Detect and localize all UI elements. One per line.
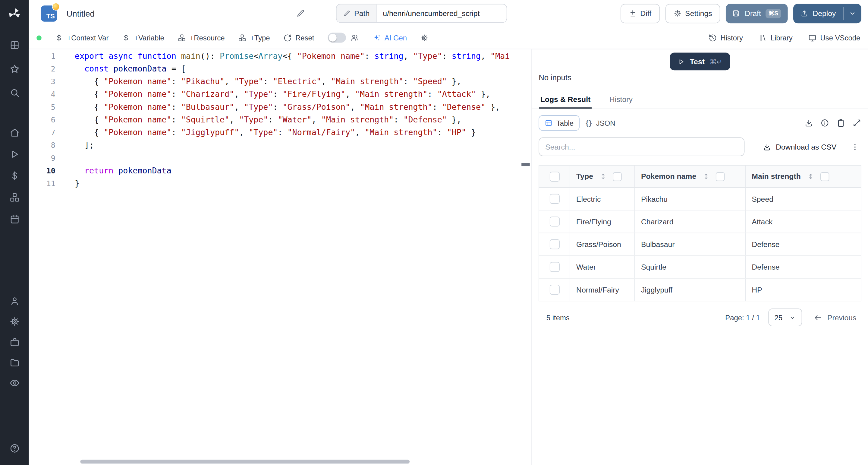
column-header[interactable]: Pokemon name	[635, 166, 746, 187]
row-checkbox[interactable]	[550, 239, 559, 249]
previous-page-button[interactable]: Previous	[811, 313, 860, 322]
history-button[interactable]: History	[708, 33, 743, 42]
table-cell[interactable]: Fire/Flying	[570, 210, 635, 233]
column-checkbox[interactable]	[715, 172, 724, 181]
add-resource-button[interactable]: +Resource	[178, 33, 225, 42]
table-cell[interactable]: Defense	[746, 233, 861, 255]
draft-button[interactable]: Draft ⌘S	[726, 4, 788, 23]
sidebar-item-search[interactable]	[4, 84, 24, 101]
add-variable-button[interactable]: +Variable	[122, 33, 164, 42]
row-checkbox[interactable]	[550, 262, 559, 272]
path-label-chip[interactable]: Path	[336, 4, 377, 22]
column-checkbox[interactable]	[820, 172, 829, 181]
column-header[interactable]: Main strength	[746, 166, 861, 187]
sort-icon[interactable]	[807, 173, 814, 180]
deploy-main[interactable]: Deploy	[793, 4, 843, 23]
editor-settings-button[interactable]	[420, 33, 429, 42]
sidebar-item-settings[interactable]	[4, 313, 24, 329]
code-line[interactable]: 6 { "Pokemon name": "Squirtle", "Type": …	[29, 114, 532, 126]
deploy-dropdown-button[interactable]	[844, 4, 861, 23]
horizontal-scrollbar[interactable]	[80, 460, 410, 464]
sidebar-item-audit-logs[interactable]	[4, 375, 24, 391]
table-row[interactable]: Normal/FairyJigglypuffHP	[539, 279, 861, 301]
table-row[interactable]: Fire/FlyingCharizardAttack	[539, 210, 861, 233]
table-cell[interactable]: Pikachu	[635, 188, 746, 210]
code-line[interactable]: 7 { "Pokemon name": "Jigglypuff", "Type"…	[29, 126, 532, 139]
sidebar-item-help[interactable]	[4, 440, 24, 456]
gear-icon	[420, 33, 429, 42]
row-checkbox[interactable]	[550, 216, 559, 227]
view-toggle-json[interactable]: {} JSON	[580, 115, 621, 130]
table-cell[interactable]: Grass/Poison	[570, 233, 635, 255]
search-input[interactable]	[538, 138, 744, 156]
sidebar-item-variables[interactable]	[4, 167, 24, 184]
table-cell[interactable]: Jigglypuff	[635, 279, 746, 301]
code-editor[interactable]: 1export async function main(): Promise<A…	[29, 49, 532, 465]
use-vscode-button[interactable]: Use VScode	[808, 33, 860, 42]
table-cell[interactable]: Defense	[746, 256, 861, 278]
multiplayer-toggle[interactable]	[328, 33, 346, 42]
column-header[interactable]: Type	[570, 166, 635, 187]
edit-summary-button[interactable]	[294, 7, 307, 20]
table-cell[interactable]: HP	[746, 279, 861, 301]
tab-history[interactable]: History	[608, 91, 634, 109]
table-cell[interactable]: Speed	[746, 188, 861, 210]
table-menu-button[interactable]	[849, 141, 860, 152]
page-size-select[interactable]: 25	[768, 309, 802, 326]
sidebar-item-users[interactable]	[4, 292, 24, 309]
view-toggle-table[interactable]: Table	[538, 115, 580, 130]
code-line[interactable]: 11}	[29, 177, 532, 190]
download-csv-button[interactable]: Download as CSV	[760, 142, 840, 151]
sidebar-item-apps[interactable]	[4, 36, 24, 53]
reset-button[interactable]: Reset	[283, 33, 314, 42]
sidebar-item-home[interactable]	[4, 124, 24, 141]
code-line[interactable]: 4 { "Pokemon name": "Charizard", "Type":…	[29, 88, 532, 101]
code-line[interactable]: 1export async function main(): Promise<A…	[29, 50, 532, 62]
table-cell[interactable]: Attack	[746, 210, 861, 233]
library-button[interactable]: Library	[758, 33, 792, 42]
sidebar-item-folders[interactable]	[4, 354, 24, 371]
table-row[interactable]: ElectricPikachuSpeed	[539, 188, 861, 210]
row-checkbox[interactable]	[550, 194, 559, 204]
code-line[interactable]: 5 { "Pokemon name": "Bulbasaur", "Type":…	[29, 101, 532, 113]
sort-icon[interactable]	[702, 173, 710, 180]
diff-button[interactable]: Diff	[620, 4, 659, 23]
sidebar-item-schedules[interactable]	[4, 210, 24, 227]
windmill-logo-icon[interactable]	[7, 7, 22, 21]
code-line[interactable]: 2 const pokemonData = [	[29, 63, 532, 76]
items-count: 5 items	[547, 313, 569, 322]
add-type-button[interactable]: +Type	[238, 33, 270, 42]
table-row[interactable]: Grass/PoisonBulbasaurDefense	[539, 233, 861, 256]
row-checkbox[interactable]	[550, 285, 559, 295]
add-context-var-button[interactable]: +Context Var	[55, 33, 109, 42]
table-cell[interactable]: Electric	[570, 188, 635, 210]
code-line[interactable]: 9	[29, 152, 532, 164]
sidebar-item-resources[interactable]	[4, 189, 24, 205]
table-cell[interactable]: Normal/Fairy	[570, 279, 635, 301]
table-cell[interactable]: Water	[570, 256, 635, 278]
sidebar-item-favorites[interactable]	[4, 60, 24, 77]
path-input[interactable]	[377, 4, 506, 22]
sort-icon[interactable]	[599, 173, 607, 180]
code-line[interactable]: 10 return pokemonData	[29, 165, 532, 177]
expand-icon[interactable]	[852, 118, 861, 127]
clipboard-icon[interactable]	[836, 118, 845, 127]
tab-logs-result[interactable]: Logs & Result	[539, 91, 592, 109]
code-line[interactable]: 8 ];	[29, 139, 532, 152]
info-icon[interactable]	[820, 118, 829, 127]
table-cell[interactable]: Charizard	[635, 210, 746, 233]
select-all-checkbox[interactable]	[550, 171, 559, 181]
download-icon[interactable]	[804, 118, 813, 127]
deploy-button[interactable]: Deploy	[793, 4, 861, 23]
table-row[interactable]: WaterSquirtleDefense	[539, 256, 861, 279]
table-cell[interactable]: Bulbasaur	[635, 233, 746, 255]
sidebar-item-workers[interactable]	[4, 333, 24, 350]
column-checkbox[interactable]	[613, 172, 621, 181]
table-cell[interactable]: Squirtle	[635, 256, 746, 278]
settings-button[interactable]: Settings	[665, 4, 720, 23]
sidebar-item-runs[interactable]	[4, 146, 24, 162]
code-line[interactable]: 3 { "Pokemon name": "Pikachu", "Type": "…	[29, 76, 532, 88]
ai-gen-button[interactable]: AI Gen	[372, 33, 407, 42]
line-number: 4	[29, 88, 56, 101]
test-button[interactable]: Test ⌘↵	[670, 53, 730, 70]
